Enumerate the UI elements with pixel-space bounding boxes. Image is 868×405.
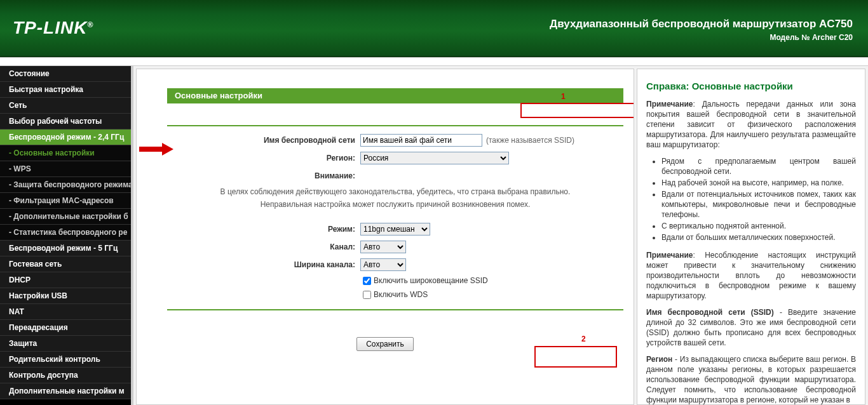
channel-select[interactable]: Авто [360, 241, 406, 253]
help-bullet: Рядом с предполагаемым центром вашей бес… [661, 156, 856, 176]
sidebar-item[interactable]: Быстрая настройка [0, 82, 131, 98]
save-button[interactable]: Сохранить [356, 337, 414, 351]
header-text: Двухдиапазонный беспроводной маршрутизат… [550, 18, 853, 42]
sidebar-item[interactable]: - Защита беспроводного режима [0, 177, 131, 193]
sidebar-item[interactable]: Беспроводной режим - 5 ГГц [0, 241, 131, 256]
wds-checkbox[interactable] [363, 291, 371, 299]
highlight-1 [520, 103, 634, 118]
help-panel: Справка: Основные настройки Примечание: … [637, 69, 865, 405]
help-title: Справка: Основные настройки [646, 81, 856, 91]
sidebar-item[interactable]: Выбор рабочей частоты [0, 114, 131, 129]
wds-label: Включить WDS [374, 290, 428, 299]
sidebar-item[interactable]: - Основные настройки [0, 145, 131, 161]
divider-bottom [167, 309, 623, 310]
help-p1: Примечание: Дальность передачи данных ил… [646, 99, 856, 150]
region-select[interactable]: Россия [360, 152, 509, 164]
sidebar-item[interactable]: - Статистика беспроводного ре [0, 225, 131, 241]
width-select[interactable]: Авто [360, 258, 406, 271]
sidebar-item[interactable]: Родительский контроль [0, 352, 131, 368]
label-attention: Внимание: [167, 171, 360, 180]
help-p3: Имя беспроводной сети (SSID) - Введите з… [646, 307, 856, 348]
legal-note-1: В целях соблюдения действующего законода… [167, 186, 623, 197]
sidebar-item[interactable]: Сеть [0, 98, 131, 114]
main-panel: Основные настройки 1 Имя беспроводной се… [136, 69, 634, 405]
help-bullet: Над рабочей зоной на высоте, например, н… [661, 178, 856, 188]
label-width: Ширина канала: [167, 260, 360, 269]
help-p4: Регион - Из выпадающего списка выберите … [646, 354, 856, 405]
sidebar-item[interactable]: Контроль доступа [0, 368, 131, 383]
arrow-indicator [139, 142, 175, 157]
sidebar-item[interactable]: Настройки USB [0, 288, 131, 304]
help-p2: Примечание: Несоблюдение настоящих инстр… [646, 250, 856, 301]
broadcast-ssid-label: Включить широковещание SSID [374, 276, 488, 285]
sidebar-item[interactable]: Переадресация [0, 320, 131, 336]
header: TP-LINK® Двухдиапазонный беспроводной ма… [0, 0, 868, 57]
broadcast-ssid-checkbox[interactable] [363, 277, 371, 285]
help-bullet: С вертикально поднятой антенной. [661, 221, 856, 231]
sidebar-item[interactable]: NAT [0, 304, 131, 320]
sidebar: СостояниеБыстрая настройкаСетьВыбор рабо… [0, 66, 133, 405]
mode-select[interactable]: 11bgn смешан [360, 223, 430, 236]
label-channel: Канал: [167, 242, 360, 251]
label-ssid: Имя беспроводной сети [167, 136, 360, 145]
help-bullet: Вдали от больших металлических поверхнос… [661, 232, 856, 242]
sidebar-item[interactable]: Беспроводной режим - 2,4 ГГц [0, 129, 131, 145]
header-model: Модель № Archer C20 [550, 33, 853, 42]
page-title: Основные настройки [167, 88, 623, 103]
ssid-hint: (также называется SSID) [486, 136, 574, 145]
label-mode: Режим: [167, 225, 360, 234]
step-marker-1: 1 [561, 92, 566, 101]
sidebar-item[interactable]: - Дополнительные настройки б [0, 209, 131, 225]
ssid-input[interactable] [360, 134, 482, 147]
header-title: Двухдиапазонный беспроводной маршрутизат… [550, 18, 853, 30]
sidebar-item[interactable]: Дополнительные настройки м [0, 383, 131, 399]
sidebar-item[interactable]: - WPS [0, 161, 131, 177]
separator-bar [0, 57, 868, 66]
label-region: Регион: [167, 154, 360, 163]
sidebar-item[interactable]: Гостевая сеть [0, 256, 131, 272]
sidebar-item[interactable]: Состояние [0, 66, 131, 82]
form-area: 1 [167, 103, 623, 109]
sidebar-item[interactable]: Защита [0, 336, 131, 352]
brand-logo: TP-LINK® [13, 18, 93, 38]
help-list: Рядом с предполагаемым центром вашей бес… [646, 156, 856, 242]
sidebar-item[interactable]: - Фильтрация MAC-адресов [0, 193, 131, 209]
legal-note-2: Неправильная настройка может послужить п… [167, 199, 623, 210]
sidebar-item[interactable]: DHCP [0, 272, 131, 288]
svg-marker-0 [139, 143, 173, 156]
help-bullet: Вдали от потенциальных источников помех,… [661, 189, 856, 220]
